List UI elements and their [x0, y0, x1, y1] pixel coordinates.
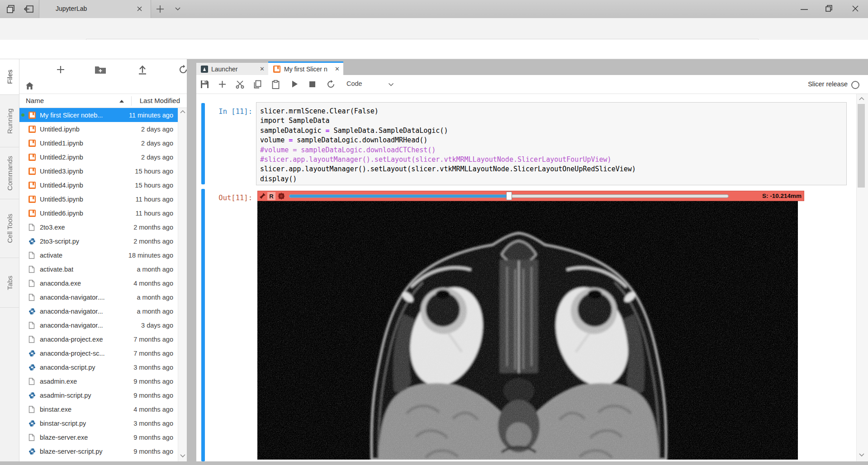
browser-tab-title: JupyterLab [56, 5, 87, 12]
python-file-icon [28, 392, 36, 399]
file-name: Untitled2.ipynb [40, 154, 83, 161]
sidebar-tab-cell-tools[interactable]: Cell Tools [0, 199, 19, 258]
kernel-status-icon[interactable] [851, 81, 859, 89]
new-tab-button[interactable] [156, 5, 165, 14]
mri-axial-slice[interactable] [257, 201, 798, 460]
file-name: Untitled.ipynb [40, 126, 80, 133]
file-name: Untitled3.ipynb [40, 168, 83, 175]
file-row[interactable]: Untitled6.ipynb 11 hours ago [19, 206, 178, 220]
file-row[interactable]: anaconda.exe 4 months ago [19, 276, 178, 290]
file-modified: 9 months ago [133, 448, 178, 455]
add-cell-icon[interactable] [218, 80, 227, 89]
slice-view-label[interactable]: R [267, 192, 275, 200]
new-launcher-icon[interactable] [56, 65, 66, 75]
cell-type-chevron-icon[interactable] [388, 83, 394, 87]
file-name: anaconda-script.py [40, 364, 95, 371]
notebook-scrollbar[interactable] [856, 94, 868, 461]
scroll-up-icon[interactable] [859, 97, 864, 100]
file-row[interactable]: Untitled2.ipynb 2 days ago [19, 150, 178, 164]
file-list: My first Slicer noteb... 11 minutes ago … [19, 108, 178, 461]
file-row[interactable]: blaze-server.exe 9 months ago [19, 430, 178, 444]
file-row[interactable]: anaconda-navigator.... a month ago [19, 290, 178, 304]
browser-tab[interactable]: JupyterLab [39, 0, 151, 18]
file-modified: 9 months ago [133, 392, 178, 399]
window-restore-button[interactable] [825, 5, 834, 14]
save-icon[interactable] [200, 80, 209, 89]
panel-splitter[interactable] [187, 59, 196, 461]
file-row[interactable]: activate.bat a month ago [19, 262, 178, 276]
run-cell-icon[interactable] [291, 80, 299, 88]
file-modified: a month ago [137, 308, 178, 315]
paste-cells-icon[interactable] [272, 80, 280, 89]
file-row[interactable]: binstar-script.py 3 months ago [19, 416, 178, 430]
file-row[interactable]: anaconda-project.exe 7 months ago [19, 332, 178, 346]
file-row[interactable]: anaconda-project-sc... 7 months ago [19, 346, 178, 360]
file-list-scrollbar[interactable] [178, 108, 187, 461]
scroll-thumb[interactable] [858, 104, 865, 188]
file-row[interactable]: My first Slicer noteb... 11 minutes ago [19, 108, 178, 122]
file-row[interactable]: Untitled4.ipynb 15 hours ago [19, 178, 178, 192]
file-row[interactable]: anaconda-navigator... 3 days ago [19, 318, 178, 332]
file-row[interactable]: asadmin.exe 9 months ago [19, 374, 178, 388]
tab-list-chevron-icon[interactable] [175, 7, 181, 11]
code-editor[interactable]: slicer.mrmlScene.Clear(False)import Samp… [256, 102, 847, 185]
tab-close-icon[interactable] [136, 5, 143, 12]
scroll-up-icon[interactable] [180, 110, 185, 113]
file-modified: 2 months ago [133, 224, 178, 231]
notebook-toolbar: Code Slicer release [196, 75, 868, 94]
sidebar-tab-files[interactable]: Files [0, 59, 19, 95]
file-row[interactable]: Untitled.ipynb 2 days ago [19, 122, 178, 136]
file-row[interactable]: blaze-server-script.py 9 months ago [19, 444, 178, 458]
tabs-preview-icon[interactable] [6, 5, 15, 14]
tab-notebook[interactable]: My first Slicer n ✕ [268, 61, 343, 75]
file-name: asadmin.exe [40, 378, 77, 385]
column-header-modified[interactable]: Last Modified [140, 97, 180, 104]
file-name: Untitled6.ipynb [40, 210, 83, 217]
kernel-running-dot [21, 113, 24, 117]
file-modified: 11 hours ago [135, 210, 178, 217]
scroll-down-icon[interactable] [859, 453, 864, 457]
file-row[interactable]: 2to3.exe 2 months ago [19, 220, 178, 234]
interrupt-kernel-icon[interactable] [309, 81, 315, 87]
file-row[interactable]: Untitled1.ipynb 2 days ago [19, 136, 178, 150]
cut-cells-icon[interactable] [235, 80, 245, 89]
file-row[interactable]: asadmin-script.py 9 months ago [19, 388, 178, 402]
home-breadcrumb-icon[interactable] [25, 82, 34, 90]
file-row[interactable]: anaconda-script.py 3 months ago [19, 360, 178, 374]
file-name: anaconda.exe [40, 280, 81, 287]
file-icon [28, 266, 36, 273]
file-row[interactable]: activate 18 minutes ago [19, 248, 178, 262]
file-row[interactable]: Untitled3.ipynb 15 hours ago [19, 164, 178, 178]
notebook-icon [273, 66, 280, 73]
scroll-down-icon[interactable] [180, 454, 185, 458]
restart-kernel-icon[interactable] [327, 80, 335, 89]
slice-visibility-icon[interactable] [278, 193, 285, 200]
slice-slider-handle[interactable] [506, 192, 512, 200]
file-row[interactable]: anaconda-navigator... a month ago [19, 304, 178, 318]
tab-close-icon[interactable]: ✕ [260, 66, 265, 72]
file-modified: a month ago [137, 294, 178, 301]
window-close-button[interactable] [851, 5, 860, 14]
tab-launcher[interactable]: Launcher ✕ [196, 63, 268, 75]
file-row[interactable]: binstar.exe 4 months ago [19, 402, 178, 416]
new-folder-icon[interactable] [95, 65, 106, 74]
copy-cells-icon[interactable] [253, 80, 262, 89]
tab-label: My first Slicer n [284, 66, 327, 73]
file-row[interactable]: 2to3-script.py 2 months ago [19, 234, 178, 248]
sidebar-tab-running[interactable]: Running [0, 95, 19, 147]
window-minimize-button[interactable] [800, 8, 809, 17]
kernel-name-label[interactable]: Slicer release [784, 80, 848, 88]
file-name: anaconda-project.exe [40, 336, 103, 343]
output-collapser[interactable] [201, 189, 205, 461]
sidebar-tab-tabs[interactable]: Tabs [0, 258, 19, 308]
upload-icon[interactable] [138, 64, 147, 75]
file-row[interactable]: Untitled5.ipynb 11 hours ago [19, 192, 178, 206]
pin-icon[interactable] [259, 193, 266, 199]
column-header-name[interactable]: Name [26, 97, 44, 104]
cell-type-select[interactable]: Code [346, 80, 362, 87]
sidebar-tab-commands[interactable]: Commands [0, 147, 19, 199]
tab-close-icon[interactable]: ✕ [335, 66, 340, 72]
file-list-header[interactable]: Name Last Modified [19, 94, 187, 108]
file-modified: 11 hours ago [135, 196, 178, 203]
set-tabs-aside-icon[interactable] [24, 5, 34, 14]
